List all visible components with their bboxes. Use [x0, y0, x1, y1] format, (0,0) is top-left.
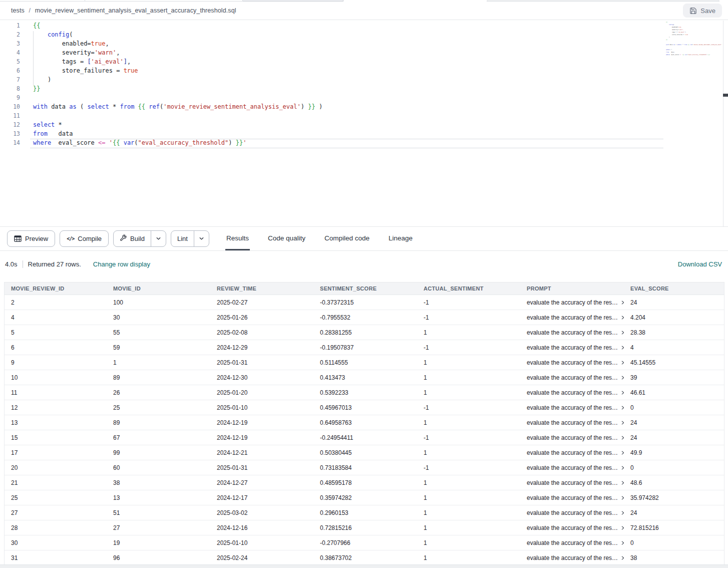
expand-prompt-icon[interactable]	[620, 300, 624, 305]
editor-minimap[interactable]: {{ config( enabled=true, severity='warn'…	[666, 22, 722, 87]
table-cell: 21	[5, 475, 107, 490]
code-text: store_failures = true	[20, 67, 138, 76]
expand-prompt-icon[interactable]	[620, 420, 624, 425]
code-line[interactable]: 9	[0, 94, 666, 103]
line-number[interactable]: 7	[0, 76, 20, 85]
table-cell: 1	[417, 505, 520, 520]
table-row: 27512025-03-020.29601531evaluate the acc…	[5, 505, 724, 520]
table-cell: 13	[107, 490, 210, 505]
line-number[interactable]: 10	[0, 103, 20, 112]
table-row: 4302025-01-26-0.7955532-1evaluate the ac…	[5, 310, 724, 325]
line-number[interactable]: 2	[0, 31, 20, 40]
save-button[interactable]: Save	[683, 4, 722, 18]
tab-code-quality[interactable]: Code quality	[267, 227, 306, 250]
table-cell: 13	[5, 415, 107, 430]
expand-prompt-icon[interactable]	[620, 405, 624, 410]
table-row: 20602025-01-310.73183584-1evaluate the a…	[5, 460, 724, 475]
code-editor[interactable]: 1{{2 config(3 enabled=true,4 severity='w…	[0, 21, 728, 226]
expand-prompt-icon[interactable]	[620, 390, 624, 395]
line-number[interactable]: 6	[0, 67, 20, 76]
editor-scrollbar-marker[interactable]	[723, 94, 728, 97]
line-number[interactable]: 12	[0, 121, 20, 130]
download-csv-link[interactable]: Download CSV	[678, 260, 722, 268]
code-line[interactable]: 8}}	[0, 85, 666, 94]
code-line[interactable]: 5 tags = ['ai_eval'],	[0, 58, 666, 67]
expand-prompt-icon[interactable]	[620, 525, 624, 530]
results-table: MOVIE_REVIEW_IDMOVIE_IDREVIEW_TIMESENTIM…	[4, 282, 724, 565]
code-line[interactable]: 11	[0, 112, 666, 121]
table-cell: 28	[5, 520, 107, 535]
code-line[interactable]: 4 severity='warn',	[0, 49, 666, 58]
code-line[interactable]: 2 config(	[0, 31, 666, 40]
table-cell: 2024-12-19	[210, 430, 313, 445]
expand-prompt-icon[interactable]	[620, 315, 624, 320]
expand-prompt-icon[interactable]	[620, 330, 624, 335]
rows-returned-label: Returned 27 rows.	[28, 260, 81, 268]
expand-prompt-icon[interactable]	[620, 360, 624, 365]
expand-prompt-icon[interactable]	[620, 450, 624, 455]
expand-prompt-icon[interactable]	[620, 435, 624, 440]
code-text	[20, 112, 33, 121]
line-number[interactable]: 14	[0, 139, 20, 148]
build-dropdown-button[interactable]	[151, 231, 166, 246]
expand-prompt-icon[interactable]	[620, 555, 624, 560]
table-cell: 28.38	[624, 325, 724, 340]
lint-button[interactable]: Lint	[171, 231, 194, 246]
lint-dropdown-button[interactable]	[194, 231, 209, 246]
line-number[interactable]: 4	[0, 49, 20, 58]
expand-prompt-icon[interactable]	[620, 375, 624, 380]
tab-lineage[interactable]: Lineage	[388, 227, 414, 250]
table-row: 15672024-12-19-0.24954411-1evaluate the …	[5, 430, 724, 445]
horizontal-scrollbar[interactable]	[0, 564, 728, 568]
column-header: SENTIMENT_SCORE	[313, 282, 417, 295]
table-row: 30192025-01-10-0.27079661evaluate the ac…	[5, 535, 724, 550]
editor-header: tests / movie_review_sentiment_analysis_…	[0, 2, 728, 20]
code-lines[interactable]: 1{{2 config(3 enabled=true,4 severity='w…	[0, 22, 666, 148]
code-line[interactable]: 1{{	[0, 22, 666, 31]
column-header: MOVIE_REVIEW_ID	[5, 282, 107, 295]
code-text: severity='warn',	[20, 49, 120, 58]
line-number[interactable]: 8	[0, 85, 20, 94]
preview-button[interactable]: Preview	[7, 230, 55, 247]
line-number[interactable]: 1	[0, 22, 20, 31]
save-icon	[689, 7, 697, 15]
code-line[interactable]: 7 )	[0, 76, 666, 85]
expand-prompt-icon[interactable]	[620, 495, 624, 500]
table-cell: 1	[417, 535, 520, 550]
tab-compiled-code[interactable]: Compiled code	[323, 227, 371, 250]
code-line[interactable]: 6 store_failures = true	[0, 67, 666, 76]
expand-prompt-icon[interactable]	[620, 465, 624, 470]
table-cell: 27	[107, 520, 210, 535]
line-number[interactable]: 3	[0, 40, 20, 49]
table-row: 25132024-12-170.359742821evaluate the ac…	[5, 490, 724, 505]
table-row: 6592024-12-29-0.19507837-1evaluate the a…	[5, 340, 724, 355]
code-line[interactable]: 12select *	[0, 121, 666, 130]
table-cell: 55	[107, 325, 210, 340]
line-number[interactable]: 5	[0, 58, 20, 67]
code-line[interactable]: 13from data	[0, 130, 666, 139]
table-cell: 24	[624, 430, 724, 445]
minimap-line: where eval_score <= '{{ var("eval_accura…	[666, 54, 722, 57]
table-cell: 0	[624, 400, 724, 415]
expand-prompt-icon[interactable]	[620, 510, 624, 515]
line-number[interactable]: 11	[0, 112, 20, 121]
compile-button[interactable]: </> Compile	[60, 230, 109, 247]
editor-scrollbar-track[interactable]	[723, 21, 723, 226]
table-cell: 2025-01-10	[210, 535, 313, 550]
expand-prompt-icon[interactable]	[620, 540, 624, 545]
table-cell: 2024-12-30	[210, 370, 313, 385]
table-cell: 4.204	[624, 310, 724, 325]
table-header-row: MOVIE_REVIEW_IDMOVIE_IDREVIEW_TIMESENTIM…	[5, 282, 724, 295]
table-cell: 2025-02-27	[210, 295, 313, 310]
expand-prompt-icon[interactable]	[620, 480, 624, 485]
build-button[interactable]: Build	[114, 231, 151, 246]
expand-prompt-icon[interactable]	[620, 345, 624, 350]
line-number[interactable]: 13	[0, 130, 20, 139]
code-line[interactable]: 14where eval_score <= '{{ var("eval_accu…	[0, 139, 666, 148]
code-line[interactable]: 3 enabled=true,	[0, 40, 666, 49]
line-number[interactable]: 9	[0, 94, 20, 103]
code-line[interactable]: 10with data as ( select * from {{ ref('m…	[0, 103, 666, 112]
column-header: MOVIE_ID	[107, 282, 210, 295]
change-row-display-link[interactable]: Change row display	[93, 260, 150, 268]
tab-results[interactable]: Results	[225, 227, 250, 250]
